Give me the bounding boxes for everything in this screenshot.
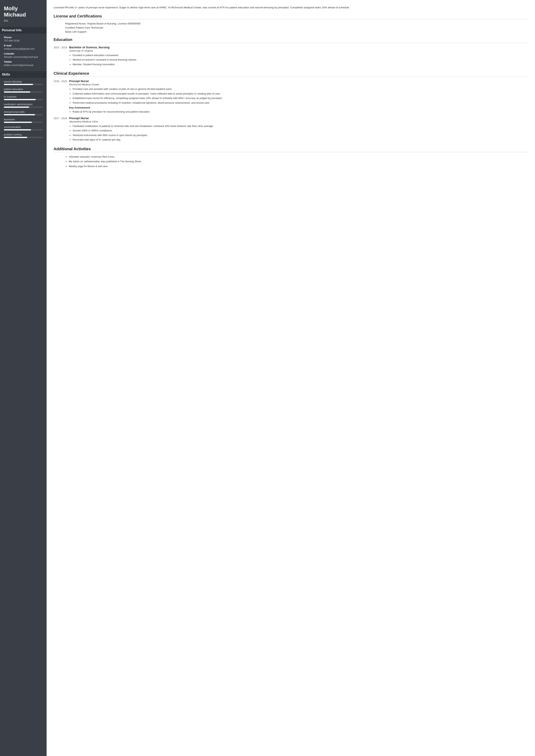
- bullet-item: Sterilized instruments with 99% scores i…: [72, 133, 528, 137]
- bullet-item: Scored 100% in HIPAA compliance.: [72, 129, 528, 132]
- skill-bar-track: [4, 129, 43, 130]
- linkedin-label: LinkedIn: [4, 52, 43, 55]
- experience-entry: 2018 - 2019Precept NurseRichmond Medical…: [54, 79, 528, 115]
- personal-info-section: Personal Info Phone 757-944-3536 E-mail …: [4, 27, 43, 67]
- skill-item: IV insertion: [4, 95, 43, 100]
- activities-heading: Additional Activities: [54, 147, 528, 151]
- skill-item: teamwork: [4, 118, 43, 123]
- skill-bar-fill: [4, 122, 32, 123]
- education-section: Education 2015 - 2019Bachelor of Science…: [54, 38, 528, 67]
- skill-bar-track: [4, 99, 43, 100]
- activity-item: My article on catheterization was publis…: [69, 159, 528, 163]
- summary-text: Licensed RN with 2+ years of precept nur…: [54, 5, 528, 10]
- bullet-item: Collected patient information and commun…: [72, 92, 528, 96]
- cert-item: Certified Patient Care Technician: [65, 26, 528, 29]
- entry-bullets: Facilitated mobilization of patients to …: [69, 124, 528, 142]
- experience-heading: Clinical Experience: [54, 71, 528, 76]
- key-achievement-bullets: Rated at 97% by preceptor for wound-dres…: [69, 110, 528, 114]
- bullet-item: Recorded vital signs of 5+ patients per …: [72, 138, 528, 142]
- twitter-value: twitter.com/mollyzmichaud: [4, 64, 43, 67]
- phone-value: 757-944-3536: [4, 39, 43, 42]
- entry-content: Precept NurseAlexandria Medical ClinicFa…: [69, 117, 528, 142]
- skill-bar-track: [4, 122, 43, 123]
- skill-bar-track: [4, 137, 43, 138]
- activity-list: Volunteer educator, American Red Cross.M…: [54, 155, 528, 168]
- skill-bar-fill: [4, 92, 30, 93]
- skill-bar-fill: [4, 129, 31, 130]
- education-list: 2015 - 2019Bachelor of Science, NursingU…: [54, 45, 528, 67]
- skills-heading: Skills: [0, 71, 46, 78]
- skill-bar-fill: [4, 84, 33, 85]
- entry-org: Richmond Medical Center: [69, 83, 528, 86]
- cert-item: Basic Life Support: [65, 30, 528, 33]
- cert-list: Registered Nurse, Virginia Board of Nurs…: [54, 22, 528, 33]
- skills-section: Skills wound dressingpatient educationIV…: [4, 71, 43, 141]
- skill-item: patient education: [4, 88, 43, 93]
- experience-section: Clinical Experience 2018 - 2019Precept N…: [54, 71, 528, 142]
- main-content: Licensed RN with 2+ years of precept nur…: [46, 0, 535, 756]
- skill-item: problem solving: [4, 133, 43, 138]
- skill-label: communication: [4, 126, 43, 128]
- email-value: mollyzmichaud@gmail.com: [4, 47, 43, 50]
- candidate-title: RN: [4, 19, 43, 22]
- entry-degree: Bachelor of Science, Nursing: [69, 45, 528, 49]
- entry-job-title: Precept Nurse: [69, 117, 528, 120]
- entry-org: Alexandria Medical Clinic: [69, 120, 528, 123]
- skill-label: IV insertion: [4, 95, 43, 98]
- bullet-item: Established track record for efficiency,…: [72, 96, 528, 100]
- education-heading: Education: [54, 38, 528, 42]
- key-achievement-item: Rated at 97% by preceptor for wound-dres…: [72, 110, 528, 114]
- linkedin-value: linkedin.com/in/mollyzmichaud: [4, 56, 43, 58]
- key-achievement-label: Key Achievement: [69, 106, 528, 109]
- skills-list: wound dressingpatient educationIV insert…: [4, 80, 43, 138]
- bullet-item: Performed medical procedures including I…: [72, 101, 528, 105]
- twitter-label: Twitter: [4, 60, 43, 63]
- entry-bullets: Excelled in patient education coursework…: [69, 53, 528, 67]
- skill-bar-track: [4, 84, 43, 85]
- entry-date: 2017 - 2018: [54, 117, 69, 142]
- skill-bar-fill: [4, 106, 29, 108]
- skill-label: wound dressing: [4, 80, 43, 83]
- skill-label: problem solving: [4, 133, 43, 136]
- skill-item: communication: [4, 126, 43, 130]
- entry-date: 2018 - 2019: [54, 79, 69, 115]
- skill-bar-track: [4, 106, 43, 108]
- entry-date: 2015 - 2019: [54, 45, 69, 67]
- skill-bar-fill: [4, 137, 27, 138]
- skill-item: wound dressing: [4, 80, 43, 85]
- bullet-item: Member, Student Nursing Association.: [72, 63, 528, 67]
- skill-label: patient education: [4, 88, 43, 91]
- bullet-item: Excelled in patient education coursework…: [72, 53, 528, 57]
- skill-item: medication administration: [4, 103, 43, 108]
- email-label: E-mail: [4, 44, 43, 47]
- entry-job-title: Precept Nurse: [69, 79, 528, 83]
- bullet-item: Facilitated mobilization of patients to …: [72, 124, 528, 128]
- entry-content: Bachelor of Science, NursingUniversity o…: [69, 45, 528, 67]
- skill-label: teamwork: [4, 118, 43, 121]
- bullet-item: Provided care and assisted with creation…: [72, 87, 528, 91]
- license-section: License and Certifications Registered Nu…: [54, 14, 528, 33]
- phone-label: Phone: [4, 36, 43, 39]
- skill-item: interpersonal skills: [4, 110, 43, 115]
- sidebar: Molly Michaud RN Personal Info Phone 757…: [0, 0, 46, 756]
- entry-school: University of Virginia: [69, 49, 528, 52]
- personal-info-heading: Personal Info: [0, 27, 46, 34]
- activities-section: Additional Activities Volunteer educator…: [54, 147, 528, 168]
- bullet-item: Worked as teacher's assistant in wound d…: [72, 58, 528, 62]
- activity-item: Volunteer educator, American Red Cross.: [69, 155, 528, 159]
- experience-entry: 2017 - 2018Precept NurseAlexandria Medic…: [54, 117, 528, 142]
- experience-list: 2018 - 2019Precept NurseRichmond Medical…: [54, 79, 528, 142]
- skill-label: interpersonal skills: [4, 110, 43, 113]
- cert-item: Registered Nurse, Virginia Board of Nurs…: [65, 22, 528, 25]
- skill-bar-fill: [4, 114, 35, 115]
- skill-bar-track: [4, 114, 43, 115]
- skill-bar-fill: [4, 99, 36, 100]
- activity-item: Weekly yoga for fitness & self-care.: [69, 164, 528, 168]
- entry-bullets: Provided care and assisted with creation…: [69, 87, 528, 105]
- education-entry: 2015 - 2019Bachelor of Science, NursingU…: [54, 45, 528, 67]
- entry-content: Precept NurseRichmond Medical CenterProv…: [69, 79, 528, 115]
- skill-label: medication administration: [4, 103, 43, 106]
- license-heading: License and Certifications: [54, 14, 528, 18]
- skill-bar-track: [4, 92, 43, 93]
- candidate-name: Molly Michaud: [4, 5, 43, 18]
